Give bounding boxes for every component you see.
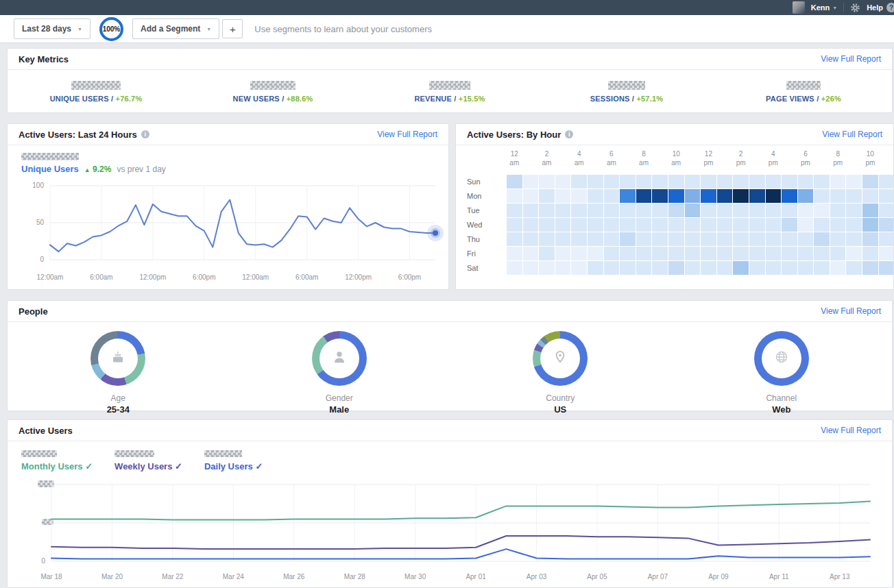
heatmap-cell bbox=[733, 204, 749, 217]
heatmap-cell bbox=[879, 261, 894, 275]
heatmap-cell bbox=[636, 175, 652, 188]
delta-value: 9.2% bbox=[93, 164, 111, 174]
active-users-card: Active Users View Full Report Monthly Us… bbox=[7, 419, 893, 588]
key-metric[interactable]: UNIQUE USERS / +76.7% bbox=[8, 70, 184, 113]
heatmap-cell bbox=[507, 218, 522, 232]
key-metric[interactable]: REVENUE / +15.5% bbox=[361, 70, 538, 113]
redacted-value bbox=[786, 81, 821, 90]
heatmap-day-label: Sun bbox=[467, 175, 507, 189]
plus-icon: + bbox=[230, 23, 236, 35]
heatmap-cell bbox=[749, 218, 765, 232]
heatmap-cell bbox=[862, 232, 878, 246]
legend-daily-users[interactable]: Daily Users ✓ bbox=[204, 450, 263, 471]
metric-slash: / bbox=[814, 95, 821, 103]
heatmap-row: Tue bbox=[467, 204, 894, 218]
heatmap-cell bbox=[766, 204, 782, 217]
heatmap-cell bbox=[766, 189, 782, 203]
user-name: Kenn bbox=[811, 3, 830, 12]
heatmap-cell bbox=[782, 247, 797, 260]
heatmap-cell bbox=[862, 175, 878, 188]
donut-chart-age bbox=[90, 331, 145, 386]
donut-hole bbox=[319, 339, 359, 378]
heatmap-cell bbox=[798, 218, 814, 232]
section-title: Active Users bbox=[19, 426, 73, 436]
heatmap-hour-label: 8am bbox=[636, 150, 652, 175]
key-metrics-row: UNIQUE USERS / +76.7%NEW USERS / +88.6%R… bbox=[8, 70, 892, 113]
view-full-report-link[interactable]: View Full Report bbox=[821, 306, 881, 316]
heatmap-cell bbox=[782, 218, 797, 232]
heatmap-cell bbox=[814, 232, 830, 246]
key-metric[interactable]: PAGE VIEWS / +26% bbox=[715, 70, 892, 113]
heatmap-cell bbox=[879, 175, 894, 188]
donut-value: Web bbox=[772, 404, 790, 415]
heatmap-cell bbox=[523, 204, 539, 217]
heatmap-cell bbox=[507, 232, 522, 246]
heatmap-cell bbox=[846, 204, 862, 217]
help-menu[interactable]: Help ? bbox=[867, 3, 893, 12]
donut-hole bbox=[540, 339, 580, 378]
heatmap-cell bbox=[604, 204, 620, 217]
heatmap-hour-label bbox=[652, 150, 668, 175]
svg-text:50: 50 bbox=[36, 219, 45, 226]
metric-name: PAGE VIEWS bbox=[766, 95, 814, 103]
heatmap-row: Wed bbox=[467, 218, 894, 232]
add-segment-button[interactable]: Add a Segment ▼ bbox=[132, 19, 219, 39]
heatmap-hour-label bbox=[814, 150, 830, 175]
key-metric[interactable]: NEW USERS / +88.6% bbox=[184, 70, 361, 113]
heatmap-cell bbox=[636, 232, 652, 246]
donut-value: Male bbox=[329, 404, 349, 415]
chevron-down-icon: ▼ bbox=[77, 27, 82, 32]
heatmap-cell bbox=[766, 218, 782, 232]
heatmap-cell bbox=[668, 232, 684, 246]
heatmap-cell bbox=[814, 204, 830, 217]
svg-text:0: 0 bbox=[41, 557, 45, 565]
people-channel-column: ChannelWeb bbox=[671, 331, 893, 415]
metric-name: NEW USERS bbox=[232, 95, 279, 103]
legend-weekly-users[interactable]: Weekly Users ✓ bbox=[114, 450, 182, 471]
person-icon bbox=[330, 348, 348, 369]
people-age-column: Age25-34 bbox=[8, 331, 229, 415]
key-metric[interactable]: SESSIONS / +57.1% bbox=[538, 70, 715, 113]
heatmap-cell bbox=[798, 232, 814, 246]
heatmap-cell bbox=[814, 218, 830, 232]
heatmap-hour-label: 4am bbox=[571, 150, 587, 175]
metric-label: UNIQUE USERS / +76.7% bbox=[50, 95, 143, 103]
metric-slash: / bbox=[280, 95, 287, 103]
question-mark-icon: ? bbox=[886, 3, 894, 12]
people-donuts-row: Age25-34GenderMaleCountryUSChannelWeb bbox=[8, 331, 892, 415]
add-segment-plus-button[interactable]: + bbox=[222, 19, 243, 38]
info-icon[interactable] bbox=[565, 130, 573, 138]
legend-monthly-users[interactable]: Monthly Users ✓ bbox=[21, 450, 93, 471]
view-full-report-link[interactable]: View Full Report bbox=[822, 130, 882, 139]
section-title: Key Metrics bbox=[19, 54, 69, 64]
heatmap-cell bbox=[733, 189, 749, 203]
heatmap-hour-label bbox=[588, 150, 603, 175]
heatmap-cell bbox=[507, 261, 522, 275]
avatar[interactable] bbox=[793, 1, 805, 14]
metric-delta: +15.5% bbox=[459, 95, 485, 103]
segment-match-badge[interactable]: 100% bbox=[99, 17, 123, 41]
topbar-divider bbox=[843, 3, 844, 12]
section-title: People bbox=[19, 306, 48, 317]
view-full-report-link[interactable]: View Full Report bbox=[377, 130, 437, 139]
heatmap-hour-label: 6am bbox=[604, 150, 620, 175]
date-range-button[interactable]: Last 28 days ▼ bbox=[14, 19, 90, 39]
heatmap-cell bbox=[685, 204, 701, 217]
view-full-report-link[interactable]: View Full Report bbox=[821, 54, 881, 64]
series-label: Unique Users bbox=[21, 164, 79, 174]
user-menu[interactable]: Kenn ▼ bbox=[811, 3, 837, 12]
heatmap-hour-label: 12am bbox=[507, 150, 522, 175]
heatmap-hour-label: 8pm bbox=[830, 150, 846, 175]
chevron-down-icon: ▼ bbox=[206, 27, 211, 32]
add-segment-label: Add a Segment bbox=[141, 24, 200, 34]
heatmap-cell bbox=[652, 232, 668, 246]
heatmap-cell bbox=[555, 261, 571, 275]
heatmap-day-label: Tue bbox=[467, 204, 507, 218]
info-icon[interactable] bbox=[141, 130, 149, 138]
heatmap-cell bbox=[668, 189, 684, 203]
heatmap-cell bbox=[814, 175, 830, 188]
view-full-report-link[interactable]: View Full Report bbox=[821, 426, 881, 435]
gear-icon[interactable] bbox=[850, 3, 860, 13]
svg-text:Mar 18: Mar 18 bbox=[40, 573, 62, 580]
donut-hole bbox=[98, 339, 138, 378]
